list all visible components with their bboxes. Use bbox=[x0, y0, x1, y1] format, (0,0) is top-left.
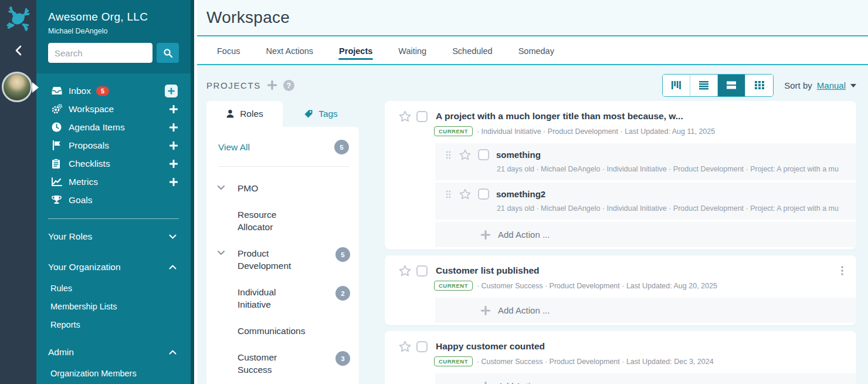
view-all-link[interactable]: View All bbox=[218, 142, 250, 153]
clipboard-icon bbox=[52, 159, 62, 169]
project-card: Happy customer counted CURRENT · Custome… bbox=[385, 331, 856, 384]
list-view-icon bbox=[699, 80, 709, 90]
drag-handle-icon[interactable] bbox=[446, 190, 451, 198]
project-meta-text: · Individual Initiative · Product Develo… bbox=[477, 127, 715, 136]
project-title[interactable]: A project with a much longer title than … bbox=[436, 111, 683, 122]
tab-projects[interactable]: Projects bbox=[338, 38, 373, 63]
add-project-button[interactable] bbox=[267, 80, 277, 90]
tab-focus[interactable]: Focus bbox=[216, 38, 241, 63]
role-item-resource-allocator[interactable]: Resource Allocator bbox=[217, 208, 350, 233]
tab-someday[interactable]: Someday bbox=[518, 38, 555, 63]
help-icon[interactable]: ? bbox=[283, 80, 294, 91]
project-meta: CURRENT · Customer Success · Product Dev… bbox=[434, 281, 845, 291]
add-agenda-item-button[interactable] bbox=[169, 123, 178, 132]
sidebar-item-workspace[interactable]: Workspace bbox=[36, 100, 191, 118]
star-icon[interactable] bbox=[399, 341, 411, 352]
person-icon bbox=[226, 109, 235, 119]
sidebar-item-metrics[interactable]: Metrics bbox=[36, 173, 191, 191]
project-card: Customer list published CURRENT bbox=[385, 255, 856, 325]
chart-icon bbox=[52, 177, 62, 187]
search-button[interactable] bbox=[157, 43, 179, 63]
add-inbox-item-button[interactable] bbox=[165, 85, 178, 97]
role-item-individual-initiative[interactable]: Individual Initiative 2 bbox=[217, 286, 350, 311]
search-input[interactable] bbox=[48, 43, 152, 63]
role-item-communications[interactable]: Communications bbox=[217, 325, 350, 337]
complete-checkbox[interactable] bbox=[416, 341, 428, 352]
roles-panel: View All 5 PMO bbox=[206, 127, 359, 384]
star-icon[interactable] bbox=[399, 110, 411, 122]
section-label: Your Roles bbox=[48, 231, 92, 242]
role-label: Individual Initiative bbox=[238, 286, 307, 311]
chevron-spacer bbox=[217, 325, 238, 328]
add-action-label: Add Action ... bbox=[498, 305, 550, 315]
star-icon[interactable] bbox=[459, 149, 471, 160]
drag-handle-icon[interactable] bbox=[446, 151, 451, 159]
role-item-customer-success[interactable]: Customer Success 3 bbox=[217, 351, 350, 376]
action-title[interactable]: something bbox=[496, 150, 541, 160]
sidebar-item-goals[interactable]: Goals bbox=[36, 191, 191, 209]
plus-icon bbox=[169, 178, 178, 186]
spacer bbox=[36, 248, 191, 255]
role-item-pmo[interactable]: PMO bbox=[217, 182, 350, 194]
complete-checkbox[interactable] bbox=[478, 149, 489, 160]
tab-roles[interactable]: Roles bbox=[206, 101, 283, 127]
sidebar-item-reports[interactable]: Reports bbox=[36, 315, 191, 334]
page-title: Workspace bbox=[206, 8, 290, 27]
add-action-button[interactable]: Add Action ... bbox=[435, 373, 856, 384]
trophy-icon bbox=[52, 195, 62, 205]
action-meta-text: 21 days old · Michael DeAngelo · Individ… bbox=[497, 165, 850, 173]
tab-tags[interactable]: Tags bbox=[283, 101, 359, 127]
chevron-down-icon[interactable] bbox=[217, 182, 238, 190]
section-admin[interactable]: Admin bbox=[36, 341, 191, 364]
project-title[interactable]: Customer list published bbox=[436, 265, 540, 276]
list-view-button[interactable] bbox=[690, 75, 718, 96]
action-list: something 21 days old · Michael DeAngelo… bbox=[435, 143, 856, 247]
section-label: Your Organization bbox=[48, 262, 121, 272]
role-item-product-development[interactable]: Product Development 5 bbox=[217, 247, 350, 272]
plus-icon bbox=[169, 142, 178, 150]
sidebar-item-agenda-items[interactable]: Agenda Items bbox=[36, 118, 191, 136]
sidebar-divider bbox=[48, 218, 179, 219]
sidebar-item-rules[interactable]: Rules bbox=[36, 279, 191, 297]
chevron-spacer bbox=[217, 351, 238, 354]
sidebar-item-label: Checklists bbox=[69, 159, 110, 169]
sidebar-item-inbox[interactable]: Inbox 5 bbox=[36, 82, 191, 100]
star-icon[interactable] bbox=[459, 188, 471, 200]
project-title[interactable]: Happy customer counted bbox=[436, 341, 545, 352]
add-workspace-item-button[interactable] bbox=[169, 105, 178, 113]
filter-tab-label: Roles bbox=[240, 109, 263, 119]
add-action-button[interactable]: Add Action ... bbox=[435, 222, 856, 247]
add-action-button[interactable]: Add Action ... bbox=[435, 298, 856, 323]
action-title[interactable]: something2 bbox=[496, 189, 545, 199]
kebab-menu-icon[interactable] bbox=[838, 265, 847, 277]
inbox-count-badge: 5 bbox=[96, 86, 109, 96]
add-proposal-button[interactable] bbox=[169, 142, 178, 150]
complete-checkbox[interactable] bbox=[478, 188, 489, 200]
rows-view-button[interactable] bbox=[718, 75, 745, 96]
chevron-spacer bbox=[217, 286, 238, 289]
complete-checkbox[interactable] bbox=[416, 265, 428, 277]
tab-next-actions[interactable]: Next Actions bbox=[266, 38, 314, 63]
sidebar-item-checklists[interactable]: Checklists bbox=[36, 154, 191, 173]
section-your-roles[interactable]: Your Roles bbox=[36, 225, 191, 248]
grid-view-button[interactable] bbox=[745, 75, 773, 96]
sidebar-item-membership-lists[interactable]: Membership Lists bbox=[36, 297, 191, 315]
star-icon[interactable] bbox=[399, 265, 411, 277]
complete-checkbox[interactable] bbox=[416, 111, 428, 122]
add-checklist-button[interactable] bbox=[169, 160, 178, 168]
section-your-organization[interactable]: Your Organization bbox=[36, 255, 191, 279]
tab-waiting[interactable]: Waiting bbox=[398, 38, 427, 63]
sidebar-item-proposals[interactable]: Proposals bbox=[36, 136, 191, 154]
kanban-view-button[interactable] bbox=[663, 75, 690, 96]
project-meta: CURRENT · Individual Initiative · Produc… bbox=[434, 126, 845, 136]
user-avatar[interactable] bbox=[2, 72, 36, 105]
plus-icon bbox=[481, 230, 490, 240]
tab-scheduled[interactable]: Scheduled bbox=[452, 38, 493, 63]
view-all-row[interactable]: View All 5 bbox=[218, 140, 349, 154]
add-metric-button[interactable] bbox=[169, 178, 178, 186]
chevron-down-icon[interactable] bbox=[217, 247, 238, 255]
sidebar-item-organization-members[interactable]: Organization Members bbox=[36, 364, 191, 382]
caret-down-icon bbox=[850, 84, 856, 87]
collapse-sidebar-button[interactable] bbox=[0, 43, 36, 58]
sort-value-dropdown[interactable]: Manual bbox=[817, 80, 846, 90]
